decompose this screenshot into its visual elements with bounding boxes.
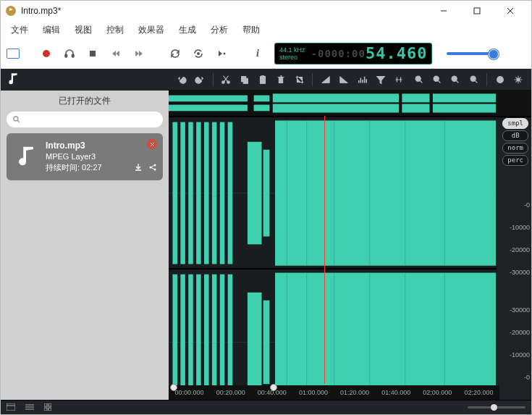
svg-rect-50	[212, 122, 217, 264]
svg-point-5	[43, 50, 50, 57]
statusbar-view-icon[interactable]	[7, 403, 15, 412]
waveform-view[interactable]: smpl dB norm perc -0 -10000 -20000 -3000…	[169, 91, 531, 400]
scale-mode-buttons: smpl dB norm perc	[502, 118, 528, 166]
time-axis[interactable]: 00:00.000 00:20.000 00:40.000 01:00.000 …	[169, 385, 499, 400]
svg-rect-67	[188, 274, 193, 400]
window-mode-button[interactable]	[7, 49, 20, 59]
loop-button[interactable]	[166, 44, 185, 63]
paste-button[interactable]	[254, 71, 271, 88]
ramp-up-button[interactable]	[317, 71, 334, 88]
menu-analyze[interactable]: 分析	[203, 22, 235, 38]
menu-file[interactable]: 文件	[4, 22, 35, 38]
svg-rect-32	[169, 96, 248, 102]
channel-button[interactable]	[491, 71, 508, 88]
svg-rect-35	[254, 105, 270, 112]
ramp-down-button[interactable]	[336, 71, 352, 88]
menu-generate[interactable]: 生成	[172, 22, 203, 38]
close-file-icon[interactable]	[147, 139, 157, 149]
file-codec: MPEG Layer3	[46, 151, 156, 162]
svg-rect-70	[212, 274, 217, 400]
close-button[interactable]	[494, 1, 527, 21]
cut-button[interactable]	[218, 71, 235, 88]
effects-button[interactable]	[391, 71, 408, 88]
zoom-in-button[interactable]	[410, 71, 427, 88]
svg-rect-72	[228, 274, 233, 400]
svg-point-30	[517, 77, 520, 80]
copy-button[interactable]	[236, 71, 253, 88]
rewind-button[interactable]	[106, 44, 125, 63]
svg-rect-34	[254, 96, 270, 102]
svg-rect-52	[228, 122, 233, 264]
zoom-out-button[interactable]	[428, 71, 445, 88]
svg-rect-65	[172, 274, 177, 400]
svg-rect-53	[248, 142, 262, 245]
settings-button[interactable]	[510, 71, 527, 88]
svg-rect-8	[90, 51, 96, 56]
svg-point-9	[198, 52, 199, 54]
svg-rect-69	[204, 274, 209, 400]
menu-edit[interactable]: 编辑	[35, 22, 67, 38]
zoom-selection-button[interactable]	[447, 71, 464, 88]
headphones-button[interactable]	[60, 44, 79, 63]
scale-smpl-button[interactable]: smpl	[502, 118, 528, 129]
share-icon[interactable]	[148, 162, 157, 175]
time-display: 44.1 kHz stereo -0000:00 54.460	[274, 43, 432, 64]
menu-control[interactable]: 控制	[99, 22, 131, 38]
scale-norm-button[interactable]: norm	[502, 143, 528, 154]
range-start-handle[interactable]	[170, 384, 177, 391]
forward-button[interactable]	[130, 44, 148, 63]
crop-button[interactable]	[291, 71, 308, 88]
filter-button[interactable]	[372, 71, 389, 88]
zoom-fit-button[interactable]	[465, 71, 482, 88]
time-position-big: 54.460	[366, 46, 427, 62]
sidebar: 已打开的文件 Intro.mp3 MPEG Layer3 持续时间: 02:27	[1, 69, 169, 400]
main-area: 已打开的文件 Intro.mp3 MPEG Layer3 持续时间: 02:27	[1, 69, 531, 400]
delete-button[interactable]	[273, 71, 290, 88]
statusbar-list-icon[interactable]	[25, 403, 34, 412]
spectrum-button[interactable]	[354, 71, 371, 88]
title-bar: Intro.mp3*	[1, 1, 531, 21]
svg-rect-45	[172, 122, 177, 264]
svg-rect-7	[72, 54, 75, 57]
svg-rect-48	[196, 122, 201, 264]
menu-help[interactable]: 帮助	[235, 22, 267, 38]
scale-db-button[interactable]: dB	[502, 130, 528, 141]
menu-view[interactable]: 视图	[67, 22, 99, 38]
svg-rect-23	[261, 75, 264, 77]
editor-column: smpl dB norm perc -0 -10000 -20000 -3000…	[169, 69, 531, 400]
menu-effects[interactable]: 效果器	[131, 22, 172, 38]
svg-rect-41	[433, 104, 496, 113]
maximize-button[interactable]	[460, 1, 494, 21]
statusbar-grid-icon[interactable]	[44, 403, 51, 412]
svg-rect-68	[196, 274, 201, 400]
volume-slider[interactable]	[447, 52, 497, 55]
svg-rect-49	[204, 122, 209, 264]
playhead[interactable]	[324, 116, 325, 384]
scale-perc-button[interactable]: perc	[502, 155, 528, 166]
svg-point-0	[6, 6, 16, 16]
sample-rate: 44.1 kHz	[279, 46, 305, 54]
download-icon[interactable]	[134, 162, 143, 175]
svg-rect-36	[273, 93, 399, 102]
svg-rect-89	[48, 403, 51, 406]
loop-marker-button[interactable]	[189, 44, 208, 63]
record-button[interactable]	[37, 44, 56, 63]
stop-button[interactable]	[83, 44, 102, 63]
sidebar-title: 已打开的文件	[1, 91, 169, 110]
undo-button[interactable]	[173, 71, 190, 88]
search-input[interactable]	[7, 112, 163, 127]
svg-point-11	[14, 117, 18, 121]
svg-rect-6	[65, 54, 67, 57]
redo-button[interactable]	[191, 71, 208, 88]
music-note-icon	[14, 141, 38, 169]
status-zoom-slider[interactable]	[468, 406, 525, 408]
skip-button[interactable]	[212, 44, 231, 63]
svg-rect-90	[44, 408, 47, 411]
file-card[interactable]: Intro.mp3 MPEG Layer3 持续时间: 02:27	[7, 133, 163, 180]
info-button[interactable]: i	[248, 44, 267, 63]
transport-toolbar: i 44.1 kHz stereo -0000:00 54.460	[1, 38, 531, 69]
svg-rect-75	[275, 273, 496, 400]
svg-rect-39	[402, 104, 429, 113]
minimize-button[interactable]	[427, 1, 460, 21]
svg-line-12	[18, 121, 20, 122]
